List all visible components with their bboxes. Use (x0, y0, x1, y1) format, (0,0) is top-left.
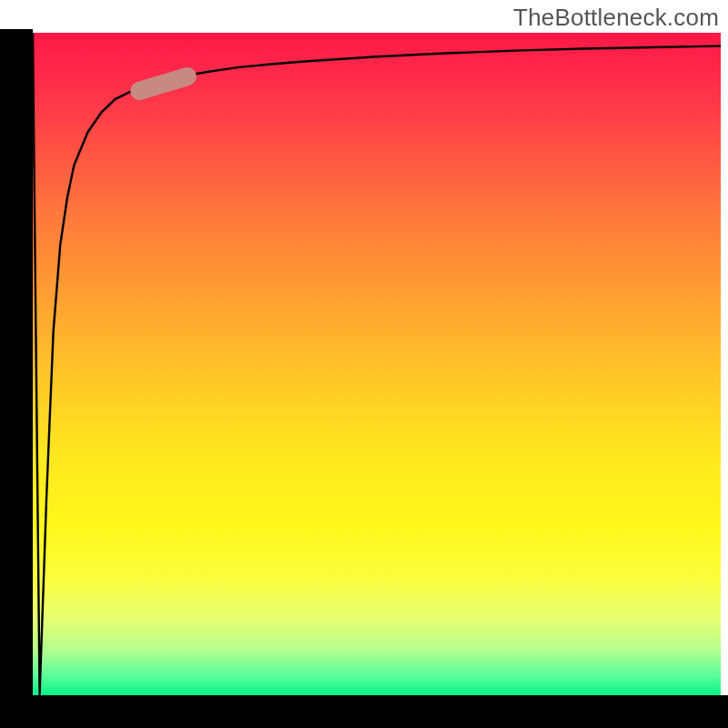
x-axis (0, 695, 728, 728)
plot-area (33, 33, 721, 695)
watermark-text: TheBottleneck.com (513, 4, 719, 32)
y-axis (0, 29, 33, 699)
bottleneck-curve (33, 33, 721, 695)
chart-frame: TheBottleneck.com (0, 0, 728, 728)
